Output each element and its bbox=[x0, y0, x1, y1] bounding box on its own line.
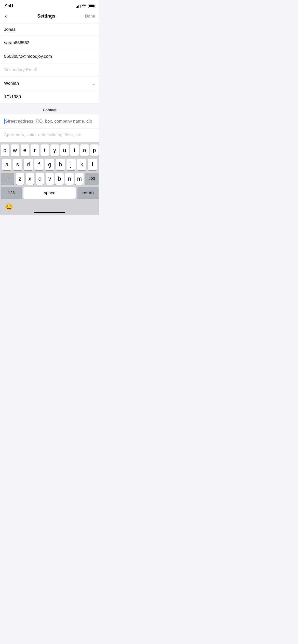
key-k[interactable]: k bbox=[77, 159, 86, 170]
key-t[interactable]: t bbox=[40, 144, 49, 156]
emoji-button[interactable]: 😀 bbox=[5, 203, 13, 211]
delete-icon: ⌫ bbox=[89, 176, 95, 182]
key-w[interactable]: w bbox=[11, 144, 19, 156]
delete-key[interactable]: ⌫ bbox=[85, 173, 99, 185]
keyboard-row-2: a s d f g h j k l bbox=[1, 159, 99, 170]
nav-bar: ‹ Settings Done bbox=[0, 10, 99, 23]
status-time: 9:41 bbox=[5, 4, 13, 9]
key-q[interactable]: q bbox=[1, 144, 9, 156]
apt-suite-field[interactable] bbox=[0, 128, 99, 142]
return-key[interactable]: return bbox=[77, 187, 99, 199]
gender-field[interactable]: Woman ⌄ bbox=[0, 77, 99, 90]
page-title: Settings bbox=[37, 13, 56, 19]
key-h[interactable]: h bbox=[56, 159, 65, 170]
back-button[interactable]: ‹ bbox=[4, 12, 8, 20]
status-bar: 9:41 bbox=[0, 0, 99, 10]
chevron-down-icon: ⌄ bbox=[92, 81, 95, 86]
keyboard-bottom-bar: 😀 bbox=[1, 201, 99, 211]
apt-suite-input[interactable] bbox=[4, 133, 95, 138]
first-name-input[interactable] bbox=[4, 27, 95, 32]
shift-key[interactable]: ⇧ bbox=[1, 173, 14, 185]
key-s[interactable]: s bbox=[13, 159, 22, 170]
space-key[interactable]: space bbox=[23, 187, 76, 199]
key-a[interactable]: a bbox=[2, 159, 11, 170]
secondary-email-field[interactable] bbox=[0, 63, 99, 77]
first-name-field[interactable] bbox=[0, 23, 99, 36]
home-indicator bbox=[34, 212, 65, 213]
key-o[interactable]: o bbox=[80, 144, 89, 156]
key-c[interactable]: c bbox=[36, 173, 44, 185]
key-y[interactable]: y bbox=[50, 144, 59, 156]
key-x[interactable]: x bbox=[26, 173, 34, 185]
done-button[interactable]: Done bbox=[85, 14, 95, 19]
key-p[interactable]: p bbox=[90, 144, 99, 156]
signal-icon bbox=[76, 5, 80, 8]
key-g[interactable]: g bbox=[45, 159, 54, 170]
keyboard-row-1: q w e r t y u i o p bbox=[1, 144, 99, 156]
text-cursor bbox=[4, 119, 5, 124]
key-e[interactable]: e bbox=[21, 144, 29, 156]
birthday-field[interactable] bbox=[0, 90, 99, 104]
street-address-input[interactable] bbox=[5, 119, 95, 124]
primary-email-field[interactable] bbox=[0, 50, 99, 63]
secondary-email-input[interactable] bbox=[4, 67, 95, 72]
status-icons bbox=[76, 4, 94, 8]
key-u[interactable]: u bbox=[60, 144, 69, 156]
wifi-icon bbox=[82, 4, 86, 8]
key-n[interactable]: n bbox=[65, 173, 74, 185]
primary-email-input[interactable] bbox=[4, 54, 95, 59]
keyboard: q w e r t y u i o p a s d f g h j k l ⇧ … bbox=[0, 142, 99, 215]
username-field[interactable] bbox=[0, 36, 99, 50]
street-address-field[interactable] bbox=[0, 114, 99, 128]
battery-icon bbox=[88, 5, 94, 8]
key-v[interactable]: v bbox=[46, 173, 54, 185]
numbers-key[interactable]: 123 bbox=[1, 187, 22, 199]
key-i[interactable]: i bbox=[70, 144, 79, 156]
key-j[interactable]: j bbox=[66, 159, 76, 170]
contact-section-header: Contact bbox=[0, 104, 99, 114]
username-input[interactable] bbox=[4, 40, 95, 46]
key-d[interactable]: d bbox=[24, 159, 33, 170]
key-m[interactable]: m bbox=[75, 173, 84, 185]
keyboard-row-4: 123 space return bbox=[1, 187, 99, 199]
keyboard-row-3: ⇧ z x c v b n m ⌫ bbox=[1, 173, 99, 185]
key-r[interactable]: r bbox=[31, 144, 39, 156]
key-z[interactable]: z bbox=[16, 173, 24, 185]
key-f[interactable]: f bbox=[34, 159, 44, 170]
birthday-input[interactable] bbox=[4, 94, 95, 99]
gender-value: Woman bbox=[4, 81, 19, 86]
form-container: Woman ⌄ bbox=[0, 23, 99, 104]
key-l[interactable]: l bbox=[88, 159, 97, 170]
key-b[interactable]: b bbox=[55, 173, 64, 185]
shift-icon: ⇧ bbox=[6, 176, 9, 182]
